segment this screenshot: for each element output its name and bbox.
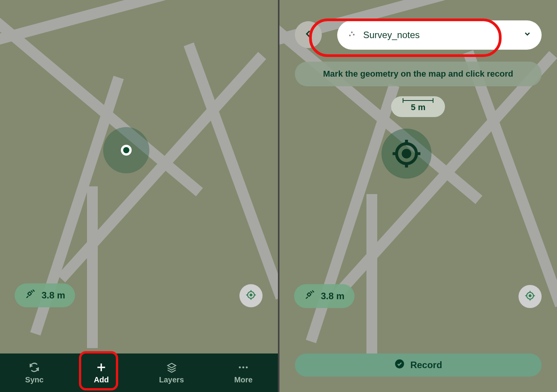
chevron-left-icon [303, 29, 313, 40]
scatter-dots-icon [347, 29, 356, 41]
check-circle-icon [394, 358, 405, 372]
location-dot [121, 145, 132, 156]
nav-layers-label: Layers [159, 375, 184, 384]
svg-point-5 [246, 366, 248, 368]
nav-more[interactable]: More [234, 362, 253, 384]
gps-accuracy-value: 3.8 m [321, 291, 345, 302]
target-reticle-icon [390, 137, 423, 170]
layer-selector-label: Survey_notes [363, 30, 420, 40]
sync-icon [28, 362, 40, 373]
crosshair-icon [524, 290, 536, 303]
gps-accuracy-chip[interactable]: 3.8 m [15, 283, 75, 307]
back-button[interactable] [295, 21, 322, 48]
instruction-text: Mark the geometry on the map and click r… [323, 69, 513, 79]
satellite-icon [25, 289, 35, 302]
scale-bar-icon [403, 100, 433, 101]
crosshair-icon [245, 289, 257, 302]
svg-point-6 [349, 35, 350, 36]
record-label: Record [410, 360, 442, 370]
svg-point-13 [529, 295, 531, 297]
layers-icon [166, 362, 177, 373]
capture-target [381, 129, 432, 179]
recenter-button[interactable] [239, 284, 263, 307]
gps-accuracy-chip[interactable]: 3.8 m [294, 284, 355, 308]
right-screen: Survey_notes Mark the geometry on the ma… [279, 0, 557, 392]
nav-more-label: More [234, 375, 253, 384]
nav-add-label: Add [94, 375, 109, 384]
record-button[interactable]: Record [295, 353, 542, 377]
svg-point-10 [403, 150, 410, 157]
map-scale: 5 m [391, 96, 445, 117]
satellite-icon [304, 290, 315, 303]
nav-add[interactable]: Add [94, 362, 109, 384]
instruction-banner: Mark the geometry on the map and click r… [295, 62, 542, 86]
svg-point-3 [239, 366, 241, 368]
svg-point-4 [243, 366, 244, 368]
chevron-down-icon [523, 30, 532, 40]
svg-point-8 [353, 34, 354, 35]
layer-selector[interactable]: Survey_notes [337, 20, 542, 50]
nav-layers[interactable]: Layers [159, 362, 184, 384]
nav-sync-label: Sync [25, 375, 43, 384]
map-scale-label: 5 m [411, 102, 425, 112]
nav-sync[interactable]: Sync [25, 362, 43, 384]
recenter-button[interactable] [519, 285, 542, 308]
left-screen: 3.8 m Sync [0, 0, 279, 392]
svg-rect-11 [307, 293, 311, 297]
gps-accuracy-value: 3.8 m [42, 290, 65, 301]
svg-rect-0 [28, 292, 32, 296]
location-beacon [103, 127, 149, 173]
svg-point-7 [351, 32, 352, 33]
svg-point-2 [250, 294, 252, 296]
bottom-nav: Sync Add Layers [0, 353, 278, 392]
dots-icon [238, 362, 249, 373]
plus-icon [95, 362, 107, 373]
